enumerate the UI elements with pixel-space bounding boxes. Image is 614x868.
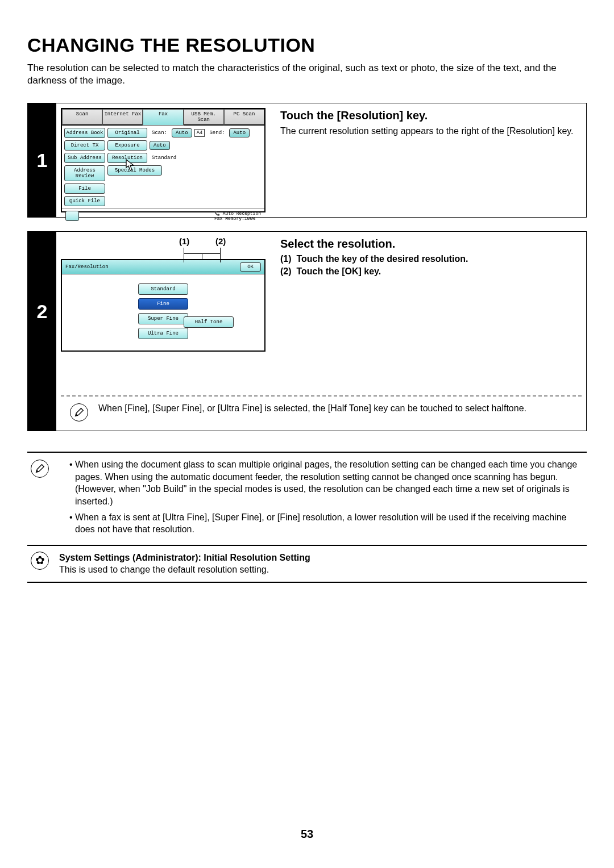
callout-2: (2) [215,236,226,246]
sub2-num: (2) [280,266,292,276]
auto-reception-label: 📞 Auto Reception [214,211,261,216]
pencil-note-icon [70,403,88,422]
callout-1: (1) [179,236,189,246]
scan-label: Scan: [150,129,169,137]
exposure-value: Auto [150,141,170,150]
step-1: 1 Scan Internet Fax Fax USB Mem. Scan PC… [27,103,587,218]
resolution-standard[interactable]: Standard [138,283,188,295]
panel-title: Fax/Resolution [65,264,109,270]
resolution-value: Standard [150,154,179,162]
send-auto: Auto [229,128,250,137]
resolution-button[interactable]: Resolution [107,153,147,163]
step2-sub2: Touch the [OK] key. [296,266,381,276]
tab-scan[interactable]: Scan [62,109,102,126]
paper-size: A4 [194,129,205,137]
step2-note: When [Fine], [Super Fine], or [Ultra Fin… [98,403,526,414]
bottom-note-block: When using the document glass to scan mu… [27,453,587,545]
step1-heading: Touch the [Resolution] key. [280,109,578,122]
ok-button[interactable]: OK [240,262,261,272]
tab-pc-scan[interactable]: PC Scan [224,109,264,126]
gear-note-icon: ✿ [31,552,49,570]
step2-sub1: Touch the key of the desired resolution. [296,254,468,264]
intro-text: The resolution can be selected to match … [27,62,587,87]
resolution-super-fine[interactable]: Super Fine [138,313,188,324]
bottom-note-2: When a fax is sent at [Ultra Fine], [Sup… [69,511,583,536]
preview-icon[interactable] [65,211,79,221]
step-number: 2 [28,232,56,391]
sub-address-button[interactable]: Sub Address [64,153,105,163]
fax-resolution-screen: Fax/Resolution OK Standard Fine Super Fi… [61,259,265,352]
system-settings-title: System Settings (Administrator): Initial… [59,552,310,564]
page-number: 53 [0,828,614,841]
pencil-note-icon [31,460,49,478]
step1-desc: The current resolution setting appears t… [280,126,578,137]
tab-usb-mem-scan[interactable]: USB Mem. Scan [184,109,224,126]
scan-auto: Auto [172,128,192,137]
address-book-button[interactable]: Address Book [64,128,105,138]
bottom-note-1: When using the document glass to scan mu… [69,458,583,507]
file-button[interactable]: File [64,183,105,194]
step-2: 2 (1) (2) [27,231,587,431]
special-modes-button[interactable]: Special Modes [107,165,162,176]
send-label: Send: [207,129,227,137]
system-settings-desc: This is used to change the default resol… [59,564,310,576]
step-number: 1 [28,103,56,217]
tab-fax[interactable]: Fax [143,109,183,126]
exposure-button[interactable]: Exposure [107,140,147,151]
resolution-ultra-fine[interactable]: Ultra Fine [138,328,188,339]
resolution-fine[interactable]: Fine [138,298,188,310]
address-review-button[interactable]: Address Review [64,165,105,181]
half-tone-button[interactable]: Half Tone [184,316,234,328]
fax-memory-label: Fax Memory:100% [214,216,261,221]
fax-screen-main: Scan Internet Fax Fax USB Mem. Scan PC S… [61,108,265,212]
direct-tx-button[interactable]: Direct TX [64,140,105,151]
page-title: CHANGING THE RESOLUTION [27,34,587,56]
sub1-num: (1) [280,254,292,264]
original-button[interactable]: Original [107,128,147,138]
step2-heading: Select the resolution. [280,237,578,251]
tab-internet-fax[interactable]: Internet Fax [102,109,143,126]
quick-file-button[interactable]: Quick File [64,196,105,206]
